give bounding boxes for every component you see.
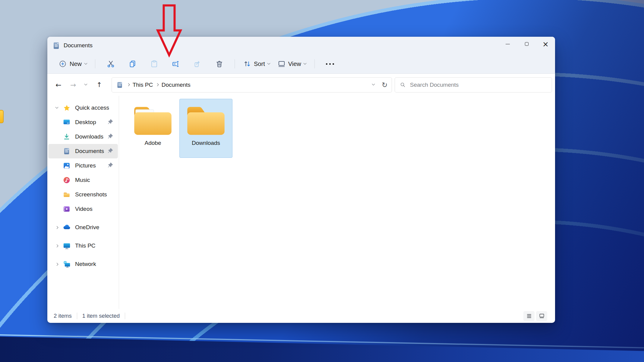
search-box[interactable] xyxy=(395,77,552,92)
paste-button[interactable] xyxy=(147,57,161,70)
up-button[interactable]: ↑ xyxy=(92,79,107,91)
rename-icon xyxy=(172,60,180,68)
sidebar-item-quick-access[interactable]: Quick access xyxy=(48,101,118,115)
folder-tile-adobe[interactable]: Adobe xyxy=(126,99,179,158)
file-list-area[interactable]: Adobe Downloads xyxy=(119,96,555,309)
sidebar-item-desktop[interactable]: Desktop xyxy=(48,115,118,130)
breadcrumb-documents[interactable]: Documents xyxy=(162,82,191,88)
search-icon xyxy=(400,82,406,88)
search-input[interactable] xyxy=(410,82,547,88)
desktop-icon xyxy=(63,118,71,126)
download-arrow-icon xyxy=(63,133,71,141)
items-count: 2 items xyxy=(54,313,72,319)
chevron-down-icon xyxy=(84,61,87,64)
documents-icon xyxy=(116,81,123,89)
sidebar-item-pictures[interactable]: Pictures xyxy=(48,158,118,173)
breadcrumb-separator-icon xyxy=(156,83,159,86)
maximize-button[interactable] xyxy=(517,37,536,51)
view-icon xyxy=(278,60,286,68)
new-button-label: New xyxy=(70,61,82,67)
details-view-icon xyxy=(526,313,532,319)
delete-icon xyxy=(215,60,223,68)
address-bar-row: ← → ↑ This PC Documents ↻ xyxy=(47,74,555,96)
details-view-button[interactable] xyxy=(523,311,535,321)
address-bar[interactable]: This PC Documents ↻ xyxy=(112,77,392,92)
sidebar-item-screenshots[interactable]: Screenshots xyxy=(48,187,118,202)
copy-button[interactable] xyxy=(125,57,139,70)
refresh-icon[interactable]: ↻ xyxy=(382,81,387,89)
thumbnail-view-icon xyxy=(539,313,545,319)
chevron-right-icon xyxy=(55,244,58,247)
see-more-button[interactable] xyxy=(323,57,337,70)
sidebar-item-label: Quick access xyxy=(75,105,109,111)
sidebar-item-this-pc[interactable]: This PC xyxy=(48,239,118,253)
sidebar-item-documents[interactable]: Documents xyxy=(48,144,118,158)
pin-icon xyxy=(107,162,114,169)
music-icon xyxy=(63,176,71,184)
forward-icon: → xyxy=(70,81,76,89)
breadcrumb-separator-icon xyxy=(127,83,130,86)
chevron-down-icon xyxy=(303,61,306,64)
status-divider xyxy=(77,313,77,319)
status-bar: 2 items 1 item selected xyxy=(47,309,555,323)
star-icon xyxy=(63,104,71,112)
back-button[interactable]: ← xyxy=(50,79,67,91)
minimize-button[interactable] xyxy=(498,37,517,51)
folder-icon xyxy=(63,191,71,198)
sidebar-item-onedrive[interactable]: OneDrive xyxy=(48,220,118,235)
up-icon: ↑ xyxy=(96,81,102,89)
documents-icon xyxy=(63,147,71,155)
minimize-icon xyxy=(506,44,510,44)
share-icon xyxy=(194,60,202,68)
address-dropdown-icon[interactable] xyxy=(372,83,375,86)
maximize-icon xyxy=(525,42,529,46)
toolbar-divider xyxy=(235,59,235,68)
videos-icon xyxy=(63,205,71,213)
sidebar-item-videos[interactable]: Videos xyxy=(48,202,118,216)
thumbnail-view-button[interactable] xyxy=(536,311,547,321)
sidebar-item-label: Screenshots xyxy=(75,191,107,198)
sidebar-item-label: This PC xyxy=(75,242,96,249)
new-button[interactable]: New xyxy=(55,57,90,70)
breadcrumb-this-pc[interactable]: This PC xyxy=(133,82,153,88)
file-explorer-window: Documents × New xyxy=(47,37,555,323)
view-button[interactable]: View xyxy=(274,57,309,70)
documents-icon xyxy=(52,42,60,50)
sidebar-item-network[interactable]: Network xyxy=(48,257,118,271)
share-button[interactable] xyxy=(191,57,204,70)
network-icon xyxy=(63,260,71,268)
pictures-icon xyxy=(63,162,71,170)
folder-tile-downloads[interactable]: Downloads xyxy=(179,99,232,158)
sort-label: Sort xyxy=(254,61,265,67)
rename-button[interactable] xyxy=(169,57,183,70)
pin-icon xyxy=(107,148,114,154)
navigation-pane: Quick access Desktop xyxy=(47,96,119,309)
cut-button[interactable] xyxy=(104,57,118,70)
recent-locations-button[interactable] xyxy=(80,79,92,91)
delete-button[interactable] xyxy=(212,57,226,70)
sidebar-item-label: Network xyxy=(75,261,96,267)
chevron-right-icon xyxy=(55,226,58,229)
window-chrome: Documents × New xyxy=(47,37,555,74)
sort-button[interactable]: Sort xyxy=(240,57,273,70)
chevron-down-icon xyxy=(267,61,270,64)
back-icon: ← xyxy=(55,81,61,89)
status-divider xyxy=(125,313,125,319)
sidebar-item-music[interactable]: Music xyxy=(48,173,118,187)
folder-name: Downloads xyxy=(192,140,220,146)
paste-icon xyxy=(150,60,158,68)
sort-icon xyxy=(243,60,251,68)
toolbar-divider xyxy=(95,59,95,68)
toolbar-divider xyxy=(314,59,315,68)
sidebar-item-label: OneDrive xyxy=(75,224,99,231)
close-button[interactable]: × xyxy=(536,37,555,51)
forward-button[interactable]: → xyxy=(67,79,80,91)
chevron-down-icon xyxy=(55,105,58,108)
sidebar-item-label: Music xyxy=(75,177,90,183)
folder-name: Adobe xyxy=(145,140,161,146)
sidebar-item-downloads[interactable]: Downloads xyxy=(48,130,118,144)
close-icon: × xyxy=(542,40,549,48)
titlebar[interactable]: Documents × xyxy=(47,37,555,54)
this-pc-icon xyxy=(63,242,71,250)
copy-icon xyxy=(128,60,137,68)
